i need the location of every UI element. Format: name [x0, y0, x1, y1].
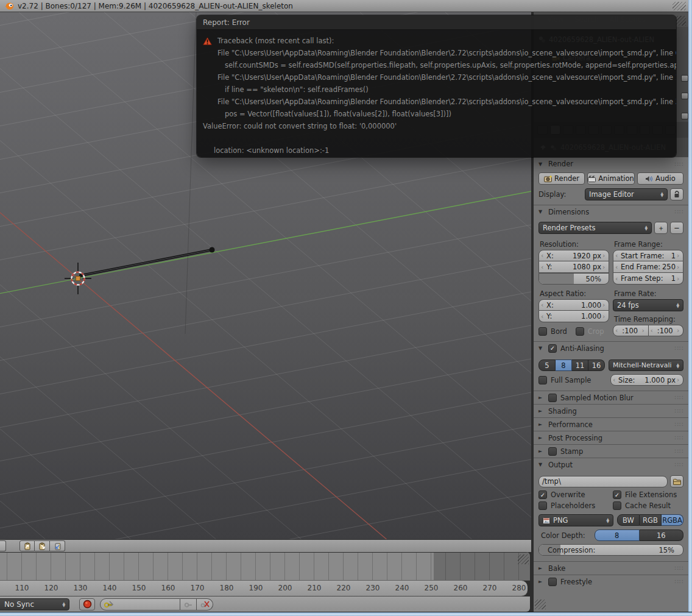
field-value: 1920 px — [573, 252, 602, 260]
panel-grip-icon[interactable]: ∷∷ — [674, 408, 683, 414]
overwrite-checkbox[interactable]: ✓ — [538, 490, 547, 499]
display-mode-select[interactable]: Image Editor ▲▼ — [585, 188, 668, 200]
sync-mode-select[interactable]: No Sync ▲▼ — [0, 598, 69, 611]
channels-bw-button[interactable]: BW — [617, 514, 640, 526]
field-label: X: — [545, 301, 554, 310]
unlock-icon — [674, 191, 680, 198]
channels-rgb-button[interactable]: RGB — [640, 514, 662, 526]
panel-header-freestyle[interactable]: ► Freestyle ∷∷ — [534, 575, 688, 588]
restrict-render-icon[interactable] — [681, 113, 688, 119]
display-label: Display: — [538, 190, 582, 199]
stamp-checkbox[interactable] — [548, 447, 557, 456]
render-button[interactable]: Render — [538, 172, 585, 185]
time-remap-new-field[interactable]: ‹:100› — [649, 325, 684, 336]
panel-header-sampled-motion-blur[interactable]: ► Sampled Motion Blur ∷∷ — [534, 391, 688, 404]
add-preset-button[interactable]: ＋ — [654, 222, 668, 234]
panel-header-stamp[interactable]: ► Stamp ∷∷ — [534, 444, 688, 458]
aspect-y-field[interactable]: ‹Y: 1.000› — [538, 311, 609, 322]
render-presets-select[interactable]: Render Presets ▲▼ — [538, 222, 652, 234]
aa-samples-11-button[interactable]: 11 — [572, 359, 588, 371]
aa-samples-8-button[interactable]: 8 — [556, 359, 572, 371]
frame-step-field[interactable]: ‹Frame Step: 1› — [613, 273, 683, 285]
panel-grip-icon[interactable]: ∷∷ — [674, 434, 683, 441]
paste-flipped-pose-button[interactable] — [50, 540, 65, 551]
panel-grip-icon[interactable]: ∷∷ — [674, 345, 683, 352]
active-keying-set-field[interactable] — [100, 598, 180, 611]
panel-header-performance[interactable]: ► Performance ∷∷ — [534, 417, 688, 431]
panel-header-dimensions[interactable]: ▼ Dimensions ∷∷ — [534, 205, 688, 218]
file-extensions-checkbox[interactable]: ✓ — [613, 490, 621, 499]
lock-interface-button[interactable] — [670, 188, 683, 200]
panel-grip-icon[interactable]: ∷∷ — [674, 421, 683, 428]
delete-keyframe-button[interactable] — [197, 598, 213, 611]
aa-samples-16-button[interactable]: 16 — [588, 359, 605, 371]
traceback-line: File "C:\Users\User\AppData\Roaming\Blen… — [197, 71, 676, 83]
restrict-render-icon[interactable] — [681, 93, 688, 99]
start-frame-field[interactable]: ‹Start Frame: 1› — [613, 250, 683, 261]
window-border — [688, 0, 692, 616]
timeline-ruler[interactable]: 1101201301401501601701801902002102202302… — [0, 581, 528, 597]
file-browse-button[interactable] — [670, 475, 683, 487]
render-animation-button[interactable]: Animation — [587, 172, 635, 185]
frame-rate-select[interactable]: 24 fps ▲▼ — [613, 299, 683, 311]
placeholders-checkbox[interactable] — [538, 501, 547, 510]
depth-16-button[interactable]: 16 — [640, 529, 684, 541]
panel-header-render[interactable]: ▼ Render ∷∷ — [534, 157, 688, 171]
depth-8-button[interactable]: 8 — [595, 529, 640, 541]
end-frame-field[interactable]: ‹End Frame: 250› — [613, 261, 683, 273]
output-path-field[interactable]: /tmp\ — [538, 476, 668, 487]
panel-grip-icon[interactable]: ∷∷ — [674, 394, 683, 401]
panel-header-post-processing[interactable]: ► Post Processing ∷∷ — [534, 431, 688, 444]
crop-checkbox[interactable] — [576, 327, 584, 336]
cache-result-checkbox[interactable] — [613, 501, 621, 510]
insert-keyframe-button[interactable] — [180, 598, 197, 611]
panel-grip-icon[interactable]: ∷∷ — [674, 208, 683, 215]
panel-grip-icon[interactable]: ∷∷ — [674, 161, 683, 168]
aa-samples-5-button[interactable]: 5 — [538, 359, 556, 371]
record-button[interactable] — [79, 598, 95, 611]
panel-header-bake[interactable]: ► Bake ∷∷ — [534, 561, 688, 575]
restrict-render-icon[interactable] — [681, 75, 688, 82]
compression-slider[interactable]: Compression: 15% — [538, 544, 683, 556]
render-presets-value: Render Presets — [543, 224, 595, 232]
panel-grip-icon[interactable]: ∷∷ — [674, 448, 683, 455]
resolution-scale-slider[interactable]: 50% — [538, 273, 609, 285]
resolution-x-field[interactable]: ‹X: 1920 px› — [538, 250, 609, 261]
area-resize-grip[interactable] — [673, 2, 686, 10]
paste-pose-button[interactable] — [35, 540, 50, 551]
time-remap-old-field[interactable]: ‹:100› — [613, 325, 649, 336]
aspect-x-field[interactable]: ‹X: 1.000› — [538, 299, 609, 311]
frame-range-label: Frame Range: — [614, 240, 683, 249]
antialiasing-checkbox[interactable]: ✓ — [548, 344, 557, 353]
traceback-line: if line == "skeleton\n": self.readFrames… — [197, 83, 676, 96]
viewport-header-partial-button[interactable] — [0, 540, 6, 551]
panel-header-output[interactable]: ▼ Output ∷∷ — [534, 458, 688, 471]
full-sample-checkbox[interactable] — [538, 376, 547, 384]
panel-header-antialiasing[interactable]: ▼ ✓ Anti-Aliasing ∷∷ — [534, 341, 688, 355]
border-checkbox[interactable] — [538, 327, 547, 336]
expand-triangle-icon: ▼ — [538, 209, 545, 214]
area-resize-grip[interactable] — [518, 554, 529, 564]
copy-pose-button[interactable] — [19, 540, 35, 551]
render-audio-button[interactable]: Audio — [637, 172, 683, 185]
freestyle-checkbox[interactable] — [548, 578, 557, 586]
section-title: Anti-Aliasing — [560, 344, 604, 353]
file-format-select[interactable]: PNG ▲▼ — [538, 514, 613, 526]
channels-rgba-button[interactable]: RGBA — [662, 514, 683, 526]
section-title: Stamp — [560, 447, 583, 456]
aa-filter-select[interactable]: Mitchell-Netravali ▲▼ — [609, 359, 683, 371]
panel-grip-icon[interactable]: ∷∷ — [674, 578, 683, 585]
motion-blur-checkbox[interactable] — [548, 394, 557, 402]
aa-size-field[interactable]: ‹Size: 1.000 px› — [610, 374, 683, 386]
resolution-y-field[interactable]: ‹Y: 1080 px› — [538, 261, 609, 273]
animation-button-label: Animation — [598, 174, 634, 183]
panel-header-shading[interactable]: ► Shading ∷∷ — [534, 404, 688, 417]
remove-preset-button[interactable]: − — [670, 222, 683, 234]
panel-grip-icon[interactable]: ∷∷ — [674, 565, 683, 572]
panel-grip-icon[interactable]: ∷∷ — [674, 461, 683, 468]
area-resize-grip[interactable] — [535, 600, 546, 609]
area-resize-grip[interactable] — [675, 16, 686, 26]
timeline-editor[interactable]: 1101201301401501601701801902002102202302… — [0, 552, 530, 612]
timeline-track[interactable] — [0, 552, 530, 581]
full-sample-label: Full Sample — [551, 376, 591, 384]
